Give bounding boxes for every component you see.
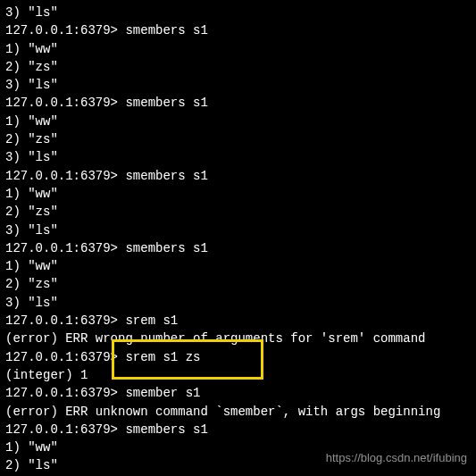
output-line: 2) "zs" — [5, 130, 471, 148]
output-line: 127.0.0.1:6379> srem s1 — [5, 312, 471, 330]
output-line: 127.0.0.1:6379> srem s1 zs — [5, 348, 471, 366]
output-line: 1) "ww" — [5, 113, 471, 130]
output-line: 2) "zs" — [5, 275, 471, 293]
output-line: 3) "ls" — [5, 294, 471, 312]
output-line: 2) "zs" — [5, 58, 471, 76]
output-line: 127.0.0.1:6379> smembers s1 — [5, 167, 471, 185]
output-line: 3) "ls" — [5, 4, 471, 21]
watermark-text: https://blog.csdn.net/ifubing — [326, 450, 467, 467]
terminal-output: 3) "ls" 127.0.0.1:6379> smembers s1 1) "… — [5, 4, 471, 476]
output-line: 127.0.0.1:6379> smembers s1 — [5, 94, 471, 112]
output-line: 1) "ww" — [5, 40, 471, 58]
output-line: 3) "ls" — [5, 221, 471, 239]
output-line: 127.0.0.1:6379> smembers s1 — [5, 21, 471, 39]
output-line: 127.0.0.1:6379> smembers s1 — [5, 239, 471, 257]
output-line: 3) "ls" — [5, 76, 471, 94]
output-line: (error) ERR wrong number of arguments fo… — [5, 330, 471, 347]
output-line: 1) "ww" — [5, 257, 471, 275]
output-line: (integer) 1 — [5, 366, 471, 384]
output-line: 127.0.0.1:6379> smember s1 — [5, 384, 471, 402]
output-line: 2) "zs" — [5, 203, 471, 221]
output-line: (error) ERR unknown command `smember`, w… — [5, 403, 471, 421]
output-line: 127.0.0.1:6379> smembers s1 — [5, 421, 471, 438]
output-line: 1) "ww" — [5, 185, 471, 203]
output-line: 3) "ls" — [5, 148, 471, 166]
